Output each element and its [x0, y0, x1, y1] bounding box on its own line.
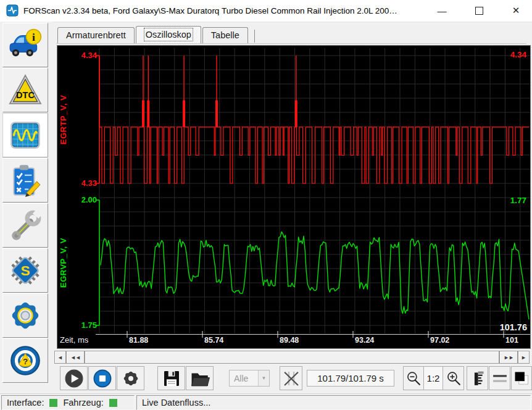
vehicle-status-icon: [109, 399, 117, 407]
play-icon: [64, 368, 85, 389]
app-icon: [6, 4, 19, 17]
scroll-left-button[interactable]: ◄: [54, 351, 66, 364]
svg-text:?: ?: [23, 357, 28, 366]
sidebar-item-vehicle-info[interactable]: i: [2, 23, 48, 67]
status-message: Live Datenfluss...: [142, 398, 210, 408]
line-style-button[interactable]: [489, 366, 510, 390]
window-title: FORScan v2.3.34 beta, Ford Galaxy\S-Max …: [23, 0, 397, 22]
scroll-left-fast-button[interactable]: ◄◄: [66, 351, 85, 364]
sidebar-item-tests[interactable]: [2, 158, 48, 203]
vehicle-label: Fahrzeug:: [63, 398, 103, 408]
lines-icon: [491, 370, 509, 387]
tab-oszilloskop[interactable]: Oszilloskop: [136, 26, 201, 43]
x-tick-label: 97.02: [430, 336, 449, 345]
stop-icon: [92, 368, 113, 389]
scope-settings-button[interactable]: [117, 366, 144, 390]
minimize-button[interactable]: —: [428, 0, 456, 21]
tab-baseline: [56, 43, 526, 44]
stop-button[interactable]: [88, 366, 116, 390]
channel1-ymax-label: 4.34: [70, 51, 97, 60]
dtc-icon: DTC: [7, 72, 43, 108]
chip-icon: S: [7, 253, 43, 288]
channel2-current-value: 1.77: [510, 196, 526, 205]
save-button[interactable]: [157, 366, 185, 390]
sidebar-item-dtc[interactable]: DTC: [2, 68, 48, 112]
chevron-down-icon: ▼: [258, 370, 269, 386]
scope-canvas: [57, 46, 530, 348]
end-time-value: 101.76: [500, 322, 527, 332]
sidebar-item-oscilloscope[interactable]: [2, 113, 48, 157]
wrench-icon: [7, 207, 43, 243]
tab-tabelle[interactable]: Tabelle: [202, 27, 248, 43]
time-display: 101.79/101.79 s: [307, 370, 394, 387]
tab-bar: Armaturenbrett Oszilloskop Tabelle: [57, 25, 255, 43]
maximize-button[interactable]: [465, 0, 493, 21]
interface-label: Interface:: [7, 398, 44, 408]
connection-status-panel: Interface: Fahrzeug:: [1, 395, 135, 410]
close-button[interactable]: ✕: [502, 0, 530, 21]
channel1-name-label: EGRTP_V, V: [59, 56, 70, 183]
x-tick-label: 85.74: [204, 336, 223, 345]
scope-toolbar: Alle ▼ 101.79/101.79 s 1:2: [54, 366, 531, 392]
x-tick-label: 89.48: [280, 336, 299, 345]
background-color-button[interactable]: [511, 366, 532, 390]
ruler-icon: [469, 369, 486, 388]
x-tick-label: 81.88: [129, 336, 148, 345]
maximize-icon: [475, 7, 483, 15]
interface-status-icon: [49, 399, 57, 407]
tab-divider: [254, 30, 255, 43]
channel1-current-value: 4.34: [510, 50, 526, 59]
sidebar-item-service[interactable]: [2, 203, 48, 248]
gear-icon: [7, 298, 43, 333]
oscilloscope-icon: [7, 117, 43, 153]
markers-disabled-icon: [282, 369, 301, 388]
svg-text:i: i: [32, 31, 35, 43]
color-swatch-icon: [513, 370, 530, 387]
svg-text:S: S: [20, 262, 30, 278]
channel1-ymin-label: 4.33: [70, 178, 97, 188]
open-button[interactable]: [186, 366, 214, 390]
message-panel: Live Datenfluss...: [136, 395, 531, 410]
filter-select[interactable]: Alle ▼: [229, 370, 270, 387]
help-icon: ?: [7, 343, 43, 379]
scrollbar-thumb[interactable]: [85, 351, 499, 364]
main-area: Armaturenbrett Oszilloskop Tabelle EGRTP…: [52, 22, 532, 393]
play-button[interactable]: [60, 366, 88, 390]
time-scrollbar: ◄ ◄◄ ►► ►: [54, 351, 530, 364]
title-bar: FORScan v2.3.34 beta, Ford Galaxy\S-Max …: [0, 0, 532, 22]
vehicle-info-icon: i: [7, 27, 43, 63]
folder-icon: [189, 369, 210, 388]
zoom-out-button[interactable]: [403, 366, 424, 390]
filter-value: Alle: [230, 374, 258, 383]
sidebar-item-help[interactable]: ?: [2, 338, 48, 383]
sidebar-item-settings[interactable]: [2, 293, 48, 338]
x-axis-label: Zeit, ms: [60, 335, 88, 345]
oscilloscope-display[interactable]: EGRTP_V, V 4.34 4.33 4.34 EGRVP_V, V 2.0…: [57, 45, 531, 349]
tab-armaturenbrett[interactable]: Armaturenbrett: [57, 27, 135, 43]
x-tick-label: 93.24: [355, 336, 374, 345]
channel2-ymax-label: 2.00: [70, 195, 97, 204]
sidebar: i DTC: [0, 22, 52, 393]
status-bar: Interface: Fahrzeug: Live Datenfluss...: [0, 393, 532, 410]
scroll-right-fast-button[interactable]: ►►: [499, 351, 518, 364]
zoom-out-icon: [405, 370, 422, 387]
toolbar-gear-icon: [121, 369, 141, 388]
measure-button[interactable]: [467, 366, 488, 390]
zoom-ratio-label: 1:2: [423, 366, 443, 390]
sidebar-item-configuration[interactable]: S: [2, 248, 48, 293]
zoom-in-icon: [445, 370, 462, 387]
channel2-ymin-label: 1.75: [70, 320, 97, 330]
save-icon: [162, 369, 181, 388]
zoom-in-button[interactable]: [443, 366, 464, 390]
svg-text:DTC: DTC: [16, 90, 35, 100]
markers-button[interactable]: [280, 366, 302, 390]
tests-icon: [7, 162, 43, 198]
x-tick-label: 101: [505, 336, 518, 345]
channel2-name-label: EGRVP_V, V: [59, 200, 70, 325]
scroll-right-button[interactable]: ►: [518, 351, 530, 364]
